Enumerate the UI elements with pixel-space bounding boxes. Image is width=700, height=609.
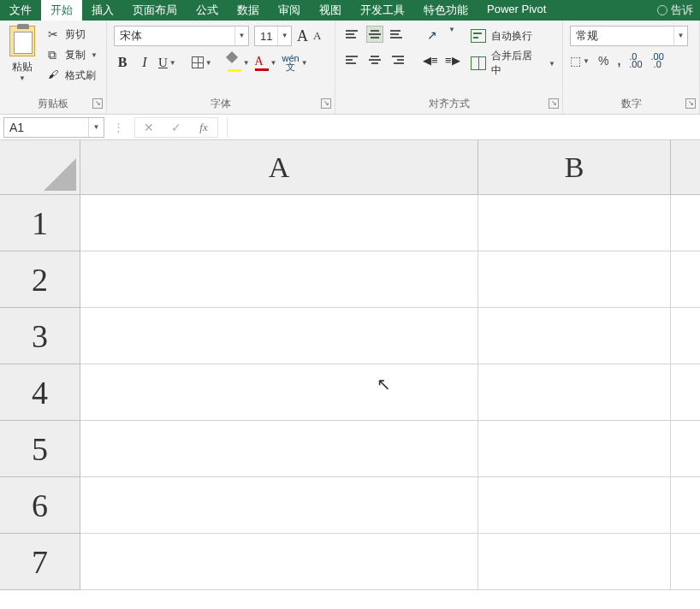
underline-button[interactable]: U ▼	[158, 56, 176, 70]
cell-B5[interactable]	[478, 421, 671, 477]
row-header-3[interactable]: 3	[0, 308, 80, 364]
chevron-down-icon[interactable]: ▼	[205, 59, 212, 67]
cell-C5[interactable]	[671, 421, 700, 477]
row-header-1[interactable]: 1	[0, 195, 80, 251]
chevron-down-icon[interactable]: ▼	[270, 59, 277, 67]
chevron-down-icon[interactable]: ▼	[549, 60, 555, 68]
tell-me[interactable]: 告诉	[650, 0, 700, 21]
cell-B4[interactable]	[478, 364, 671, 421]
formula-input[interactable]	[227, 117, 700, 138]
tab-data[interactable]: 数据	[228, 0, 269, 21]
row-header-5[interactable]: 5	[0, 421, 80, 477]
align-center-button[interactable]	[366, 51, 383, 68]
tab-insert[interactable]: 插入	[82, 0, 123, 21]
chevron-down-icon[interactable]: ▼	[88, 118, 104, 137]
cell-A5[interactable]	[80, 421, 478, 477]
shrink-font-button[interactable]: A	[313, 29, 321, 43]
format-painter-button[interactable]: 格式刷	[44, 65, 101, 86]
chevron-down-icon[interactable]: ▼	[583, 57, 590, 65]
paste-button[interactable]: 粘贴 ▼	[0, 21, 44, 97]
column-header-C[interactable]	[671, 140, 700, 195]
row-header-7[interactable]: 7	[0, 534, 80, 590]
cell-B6[interactable]	[478, 477, 671, 534]
cell-A6[interactable]	[80, 477, 478, 534]
tab-special[interactable]: 特色功能	[414, 0, 478, 21]
increase-decimal-button[interactable]: .0 .00	[629, 53, 642, 68]
chevron-down-icon[interactable]: ▼	[448, 26, 455, 44]
font-size-combo[interactable]: 11 ▼	[254, 26, 292, 46]
tab-home[interactable]: 开始	[41, 0, 82, 21]
cell-C6[interactable]	[671, 477, 700, 534]
italic-button[interactable]: I	[136, 53, 153, 72]
align-bottom-button[interactable]	[389, 26, 406, 43]
cell-A7[interactable]	[80, 534, 478, 590]
tab-formulas[interactable]: 公式	[187, 0, 228, 21]
alignment-launcher[interactable]: ↘	[549, 98, 559, 109]
cut-button[interactable]: 剪切	[44, 24, 101, 44]
comma-format-button[interactable]: ,	[617, 54, 620, 68]
chevron-down-icon[interactable]: ▼	[673, 27, 687, 45]
merge-center-button[interactable]: 合并后居中 ▼	[471, 53, 555, 74]
cell-A2[interactable]	[80, 251, 478, 308]
cell-C4[interactable]	[671, 364, 700, 421]
copy-button[interactable]: 复制 ▼	[44, 44, 101, 65]
align-right-button[interactable]	[389, 51, 406, 68]
decrease-decimal-button[interactable]: .00 .0	[651, 53, 664, 68]
tab-file[interactable]: 文件	[0, 0, 41, 21]
fill-color-button[interactable]: ▼	[228, 53, 250, 72]
cell-A3[interactable]	[80, 308, 478, 364]
cell-C2[interactable]	[671, 251, 700, 308]
number-format-combo[interactable]: 常规 ▼	[570, 26, 688, 46]
row-header-2[interactable]: 2	[0, 251, 80, 308]
row-header-4[interactable]: 4	[0, 364, 80, 421]
align-top-button[interactable]	[344, 26, 361, 43]
chevron-down-icon[interactable]: ▼	[234, 27, 248, 45]
accounting-format-button[interactable]: ⬚▼	[570, 54, 590, 68]
borders-button[interactable]: ▼	[192, 56, 212, 68]
cancel-button[interactable]: ✕	[135, 121, 163, 134]
chevron-down-icon[interactable]: ▼	[277, 27, 291, 45]
column-header-B[interactable]: B	[478, 140, 671, 195]
font-color-button[interactable]: A ▼	[255, 55, 277, 71]
percent-format-button[interactable]: %	[598, 54, 608, 68]
clipboard-launcher[interactable]: ↘	[92, 98, 103, 109]
chevron-down-icon[interactable]: ▼	[169, 59, 176, 67]
insert-function-button[interactable]: fx	[190, 121, 217, 134]
chevron-down-icon[interactable]: ▼	[91, 51, 98, 59]
row-header-6[interactable]: 6	[0, 477, 80, 534]
tab-developer[interactable]: 开发工具	[351, 0, 414, 21]
number-launcher[interactable]: ↘	[685, 98, 696, 109]
select-all-corner[interactable]	[0, 140, 80, 195]
font-name-combo[interactable]: 宋体 ▼	[114, 26, 249, 46]
grow-font-button[interactable]: A	[297, 27, 308, 45]
group-font: 宋体 ▼ 11 ▼ A A B I U ▼	[107, 21, 335, 114]
enter-button[interactable]: ✓	[163, 121, 190, 134]
wrap-text-button[interactable]: 自动换行	[471, 26, 555, 46]
cell-B3[interactable]	[478, 308, 671, 364]
font-launcher[interactable]: ↘	[321, 98, 331, 109]
tab-page-layout[interactable]: 页面布局	[123, 0, 187, 21]
increase-indent-button[interactable]: ≡▶	[445, 51, 462, 68]
chevron-down-icon[interactable]: ▼	[301, 59, 308, 67]
cell-A1[interactable]	[80, 195, 478, 251]
cell-B7[interactable]	[478, 534, 671, 590]
cell-B2[interactable]	[478, 251, 671, 308]
cell-B1[interactable]	[478, 195, 671, 251]
cell-A4[interactable]	[80, 364, 478, 421]
tab-view[interactable]: 视图	[310, 0, 351, 21]
phonetic-button[interactable]: wén文 ▼	[282, 54, 308, 71]
chevron-down-icon[interactable]: ▼	[19, 74, 26, 82]
tab-power-pivot[interactable]: Power Pivot	[478, 0, 555, 21]
column-header-A[interactable]: A	[80, 140, 478, 195]
tab-review[interactable]: 审阅	[269, 0, 310, 21]
cell-C1[interactable]	[671, 195, 700, 251]
align-middle-button[interactable]	[366, 26, 383, 43]
chevron-down-icon[interactable]: ▼	[243, 59, 250, 67]
name-box[interactable]: A1 ▼	[3, 117, 104, 138]
orientation-button[interactable]	[423, 26, 442, 44]
cell-C7[interactable]	[671, 534, 700, 590]
align-left-button[interactable]	[344, 51, 361, 68]
decrease-indent-button[interactable]: ◀≡	[423, 51, 440, 68]
bold-button[interactable]: B	[114, 53, 131, 72]
cell-C3[interactable]	[671, 308, 700, 364]
